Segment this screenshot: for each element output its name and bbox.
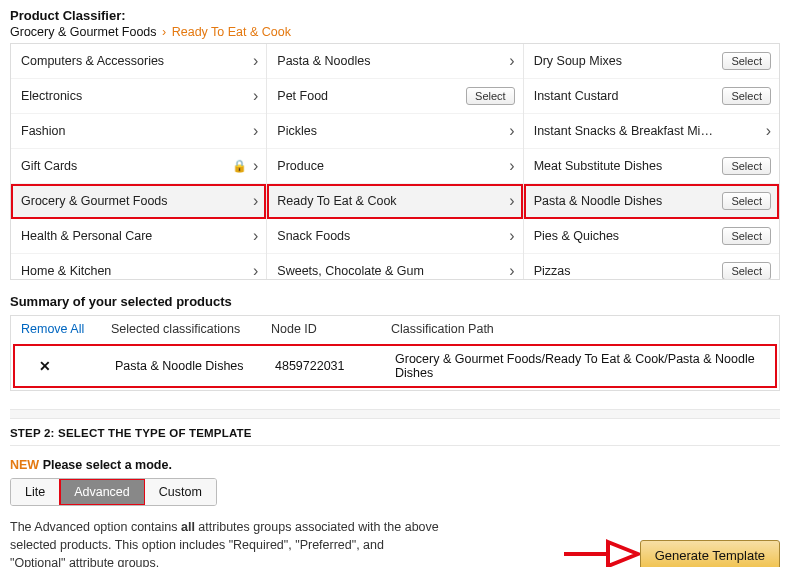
classifier-row[interactable]: Grocery & Gourmet Foods› bbox=[11, 184, 266, 219]
classifier-row-label: Meat Substitute Dishes bbox=[534, 159, 715, 173]
select-button[interactable]: Select bbox=[466, 87, 515, 105]
classifier-row-label: Pies & Quiches bbox=[534, 229, 715, 243]
classifier-row[interactable]: Fashion› bbox=[11, 114, 266, 149]
summary-row: ✕ Pasta & Noodle Dishes 4859722031 Groce… bbox=[13, 344, 777, 388]
lock-icon: 🔒 bbox=[232, 159, 247, 173]
classifier-row[interactable]: PizzasSelect bbox=[524, 254, 779, 279]
chevron-right-icon: › bbox=[509, 228, 514, 244]
select-button[interactable]: Select bbox=[722, 192, 771, 210]
classifier-row-label: Gift Cards bbox=[21, 159, 202, 173]
tab-lite[interactable]: Lite bbox=[11, 479, 60, 505]
remove-row-icon[interactable]: ✕ bbox=[25, 358, 115, 374]
chevron-right-icon: › bbox=[253, 158, 258, 174]
classifier-row[interactable]: Snack Foods› bbox=[267, 219, 522, 254]
chevron-right-icon: › bbox=[253, 193, 258, 209]
breadcrumb: Grocery & Gourmet Foods › Ready To Eat &… bbox=[10, 25, 780, 39]
chevron-right-icon: › bbox=[162, 25, 166, 39]
classifier-row[interactable]: Pasta & Noodle DishesSelect bbox=[524, 184, 779, 219]
classifier-row[interactable]: Ready To Eat & Cook› bbox=[267, 184, 522, 219]
classifier-row-label: Grocery & Gourmet Foods bbox=[21, 194, 202, 208]
svg-marker-1 bbox=[608, 542, 638, 566]
red-arrow-icon bbox=[560, 536, 640, 567]
classifier-row[interactable]: Electronics› bbox=[11, 79, 266, 114]
classifier-row[interactable]: Instant Snacks & Breakfast Mixes› bbox=[524, 114, 779, 149]
classifier-row-label: Pickles bbox=[277, 124, 458, 138]
classifier-row-label: Home & Kitchen bbox=[21, 264, 202, 278]
col-header-classifications: Selected classifications bbox=[111, 322, 271, 336]
classifier-column-2[interactable]: Pasta & Noodles›Pet FoodSelectPickles›Pr… bbox=[267, 44, 523, 279]
section-divider bbox=[10, 409, 780, 419]
classifier-row[interactable]: Instant CustardSelect bbox=[524, 79, 779, 114]
classifier-row-label: Sweets, Chocolate & Gum bbox=[277, 264, 458, 278]
summary-title: Summary of your selected products bbox=[10, 294, 780, 309]
row-node-id: 4859722031 bbox=[275, 359, 395, 373]
col-header-path: Classification Path bbox=[391, 322, 769, 336]
classifier-row-label: Instant Snacks & Breakfast Mixes bbox=[534, 124, 715, 138]
summary-header-row: Remove All Selected classifications Node… bbox=[11, 316, 779, 342]
classifier-row[interactable]: Pet FoodSelect bbox=[267, 79, 522, 114]
chevron-right-icon: › bbox=[509, 193, 514, 209]
classifier-row-label: Fashion bbox=[21, 124, 202, 138]
classifier-panel: Computers & Accessories›Electronics›Fash… bbox=[10, 43, 780, 280]
classifier-row[interactable]: Pickles› bbox=[267, 114, 522, 149]
col-header-node-id: Node ID bbox=[271, 322, 391, 336]
remove-all-link[interactable]: Remove All bbox=[21, 322, 111, 336]
classifier-row-label: Computers & Accessories bbox=[21, 54, 202, 68]
select-button[interactable]: Select bbox=[722, 87, 771, 105]
classifier-row-label: Electronics bbox=[21, 89, 202, 103]
mode-description: The Advanced option contains all attribu… bbox=[10, 518, 440, 567]
chevron-right-icon: › bbox=[509, 53, 514, 69]
classifier-column-1[interactable]: Computers & Accessories›Electronics›Fash… bbox=[11, 44, 267, 279]
classifier-row[interactable]: Sweets, Chocolate & Gum› bbox=[267, 254, 522, 279]
mode-prompt: NEW Please select a mode. bbox=[10, 458, 780, 472]
new-badge: NEW bbox=[10, 458, 39, 472]
tab-custom[interactable]: Custom bbox=[145, 479, 216, 505]
classifier-row-label: Pet Food bbox=[277, 89, 458, 103]
classifier-row-label: Health & Personal Care bbox=[21, 229, 202, 243]
tab-advanced[interactable]: Advanced bbox=[60, 479, 145, 505]
breadcrumb-root[interactable]: Grocery & Gourmet Foods bbox=[10, 25, 157, 39]
classifier-row-label: Pasta & Noodles bbox=[277, 54, 458, 68]
select-button[interactable]: Select bbox=[722, 157, 771, 175]
classifier-row[interactable]: Home & Kitchen› bbox=[11, 254, 266, 279]
chevron-right-icon: › bbox=[253, 88, 258, 104]
classifier-row[interactable]: Pies & QuichesSelect bbox=[524, 219, 779, 254]
chevron-right-icon: › bbox=[253, 53, 258, 69]
chevron-right-icon: › bbox=[253, 123, 258, 139]
classifier-row[interactable]: Pasta & Noodles› bbox=[267, 44, 522, 79]
generate-template-button[interactable]: Generate Template bbox=[640, 540, 780, 567]
step2-title: STEP 2: SELECT THE TYPE OF TEMPLATE bbox=[10, 419, 780, 446]
classifier-column-3[interactable]: Dry Soup MixesSelectInstant CustardSelec… bbox=[524, 44, 779, 279]
classifier-row[interactable]: Health & Personal Care› bbox=[11, 219, 266, 254]
breadcrumb-current: Ready To Eat & Cook bbox=[172, 25, 291, 39]
classifier-row-label: Ready To Eat & Cook bbox=[277, 194, 458, 208]
classifier-row[interactable]: Meat Substitute DishesSelect bbox=[524, 149, 779, 184]
row-path: Grocery & Gourmet Foods/Ready To Eat & C… bbox=[395, 352, 765, 380]
classifier-row-label: Pizzas bbox=[534, 264, 715, 278]
classifier-row-label: Pasta & Noodle Dishes bbox=[534, 194, 715, 208]
classifier-row-label: Dry Soup Mixes bbox=[534, 54, 715, 68]
mode-prompt-text: Please select a mode. bbox=[43, 458, 172, 472]
classifier-row-label: Snack Foods bbox=[277, 229, 458, 243]
mode-tabs: Lite Advanced Custom bbox=[10, 478, 217, 506]
select-button[interactable]: Select bbox=[722, 262, 771, 279]
classifier-row[interactable]: Gift Cards🔒› bbox=[11, 149, 266, 184]
classifier-row[interactable]: Produce› bbox=[267, 149, 522, 184]
classifier-row[interactable]: Dry Soup MixesSelect bbox=[524, 44, 779, 79]
chevron-right-icon: › bbox=[253, 263, 258, 279]
classifier-row-label: Produce bbox=[277, 159, 458, 173]
chevron-right-icon: › bbox=[253, 228, 258, 244]
chevron-right-icon: › bbox=[509, 263, 514, 279]
chevron-right-icon: › bbox=[766, 123, 771, 139]
classifier-row[interactable]: Computers & Accessories› bbox=[11, 44, 266, 79]
select-button[interactable]: Select bbox=[722, 52, 771, 70]
row-classification: Pasta & Noodle Dishes bbox=[115, 359, 275, 373]
classifier-row-label: Instant Custard bbox=[534, 89, 715, 103]
select-button[interactable]: Select bbox=[722, 227, 771, 245]
chevron-right-icon: › bbox=[509, 123, 514, 139]
chevron-right-icon: › bbox=[509, 158, 514, 174]
summary-box: Remove All Selected classifications Node… bbox=[10, 315, 780, 391]
product-classifier-title: Product Classifier: bbox=[10, 8, 780, 23]
